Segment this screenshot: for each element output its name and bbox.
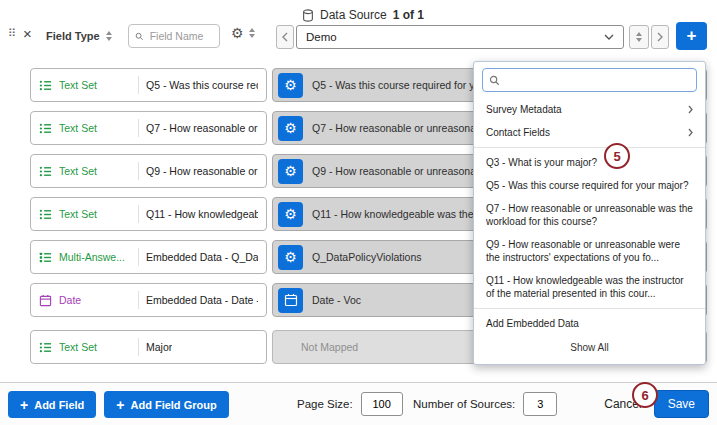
menu-item-add-embedded-data[interactable]: Add Embedded Data (474, 312, 705, 335)
next-source-button[interactable] (651, 25, 669, 49)
field-row[interactable]: Text Set Q7 - How reasonable or ... (30, 111, 267, 145)
menu-item-field[interactable]: Q7 - How reasonable or unreasonable was … (474, 197, 705, 233)
menu-item-field[interactable]: Q9 - How reasonable or unreasonable were… (474, 233, 705, 269)
save-button[interactable]: Save (654, 390, 709, 418)
annotation-step-5: 5 (604, 143, 630, 169)
number-of-sources-input[interactable] (523, 392, 557, 416)
search-icon (489, 75, 500, 86)
data-source-label: Data Source (320, 8, 387, 22)
field-type-value: Text Set (59, 122, 131, 134)
divider (138, 162, 139, 180)
column-settings: ⚙ (231, 26, 255, 40)
chevron-right-icon (688, 105, 693, 114)
field-name-value: Embedded Data - Q_Dat... (146, 251, 258, 263)
field-row[interactable]: Text Set Q5 - Was this course req... (30, 68, 267, 102)
drag-handle-icon[interactable]: ⠿ (8, 27, 16, 40)
field-row[interactable]: Multi-Answe... Embedded Data - Q_Dat... (30, 240, 267, 274)
field-picker-menu: Survey Metadata Contact Fields Q3 - What… (473, 61, 706, 365)
sort-icon[interactable] (106, 31, 112, 41)
search-icon (135, 31, 144, 42)
field-name-value: Q7 - How reasonable or ... (146, 122, 258, 134)
field-type-value: Date (59, 294, 131, 306)
field-row[interactable]: Date Embedded Data - Date - ... (30, 283, 267, 317)
multi-answer-icon (39, 251, 52, 264)
field-type-header: Field Type (46, 30, 112, 42)
field-row[interactable]: Text Set Major (30, 330, 267, 364)
gear-icon: ⚙ (284, 164, 297, 178)
field-name-value: Embedded Data - Date - ... (146, 294, 258, 306)
calendar-icon (284, 293, 298, 307)
calendar-icon (39, 294, 52, 307)
source-stepper[interactable] (629, 25, 649, 49)
top-bar: ⠿ × Field Type ⚙ Data Source 1 of 1 Demo (0, 0, 717, 56)
text-set-icon (39, 341, 52, 354)
text-set-icon (39, 208, 52, 221)
field-type-label: Field Type (46, 30, 100, 42)
field-name-value: Q5 - Was this course req... (146, 79, 258, 91)
data-source-count: 1 of 1 (393, 8, 424, 22)
divider (138, 76, 139, 94)
data-source-icon (302, 9, 314, 22)
page-size-input[interactable] (361, 392, 403, 416)
number-of-sources-label: Number of Sources: (413, 398, 515, 410)
field-settings-button[interactable]: ⚙ (278, 159, 303, 184)
panel-controls: ⠿ × (8, 26, 32, 41)
menu-item-contact-fields[interactable]: Contact Fields (474, 121, 705, 144)
field-name-value: Q9 - How reasonable or ... (146, 165, 258, 177)
text-set-icon (39, 79, 52, 92)
menu-show-all[interactable]: Show All (474, 335, 705, 362)
footer-actions-left: + Add Field + Add Field Group (8, 391, 229, 418)
annotation-step-6: 6 (632, 382, 658, 408)
field-mapper-screen: ⠿ × Field Type ⚙ Data Source 1 of 1 Demo (0, 0, 717, 425)
field-row[interactable]: Text Set Q9 - How reasonable or ... (30, 154, 267, 188)
menu-search-input[interactable] (504, 73, 690, 87)
add-field-button[interactable]: + Add Field (8, 391, 96, 418)
close-icon[interactable]: × (23, 26, 32, 41)
gear-icon: ⚙ (284, 121, 297, 135)
field-settings-button[interactable]: ⚙ (278, 202, 303, 227)
menu-divider (474, 308, 705, 309)
menu-divider (474, 147, 705, 148)
field-name-search[interactable] (128, 24, 220, 48)
gear-icon[interactable]: ⚙ (231, 26, 244, 40)
gear-icon: ⚙ (284, 207, 297, 221)
field-row[interactable]: Text Set Q11 - How knowledgeabl... (30, 197, 267, 231)
mapped-field-label: Date - Voc (312, 294, 361, 306)
field-type-value: Text Set (59, 208, 131, 220)
text-set-icon (39, 165, 52, 178)
prev-source-button[interactable] (276, 25, 294, 49)
field-type-value: Text Set (59, 79, 131, 91)
field-type-value: Multi-Answe... (59, 251, 131, 263)
field-list: Text Set Q5 - Was this course req... Tex… (30, 68, 267, 364)
field-settings-button[interactable]: ⚙ (278, 245, 303, 270)
plus-icon: + (20, 398, 28, 412)
chevron-right-icon (688, 128, 693, 137)
menu-search[interactable] (482, 68, 697, 92)
divider (138, 291, 139, 309)
plus-icon: + (116, 398, 124, 412)
field-settings-button[interactable]: ⚙ (278, 116, 303, 141)
chevron-left-icon (282, 32, 288, 42)
page-size-control: Page Size: (297, 392, 403, 416)
menu-item-field[interactable]: Q5 - Was this course required for your m… (474, 174, 705, 197)
menu-item-label: Survey Metadata (486, 103, 562, 116)
menu-item-field[interactable]: Q11 - How knowledgeable was the instruct… (474, 269, 705, 305)
menu-item-field[interactable]: Q3 - What is your major? (474, 151, 705, 174)
field-settings-button[interactable]: ⚙ (278, 73, 303, 98)
add-field-group-button[interactable]: + Add Field Group (104, 391, 228, 418)
menu-item-label: Contact Fields (486, 126, 550, 139)
divider (138, 338, 139, 356)
add-source-button[interactable]: + (676, 22, 707, 50)
not-mapped-label: Not Mapped (301, 341, 358, 353)
divider (138, 119, 139, 137)
chevron-down-icon (604, 34, 614, 40)
menu-item-survey-metadata[interactable]: Survey Metadata (474, 98, 705, 121)
source-select[interactable]: Demo (296, 25, 624, 49)
date-field-button[interactable] (278, 288, 303, 313)
data-source-header: Data Source 1 of 1 (302, 8, 424, 22)
field-name-search-input[interactable] (148, 29, 213, 43)
field-type-value: Text Set (59, 341, 131, 353)
sort-icon[interactable] (249, 28, 255, 38)
gear-icon: ⚙ (284, 250, 297, 264)
source-select-value: Demo (306, 31, 337, 43)
